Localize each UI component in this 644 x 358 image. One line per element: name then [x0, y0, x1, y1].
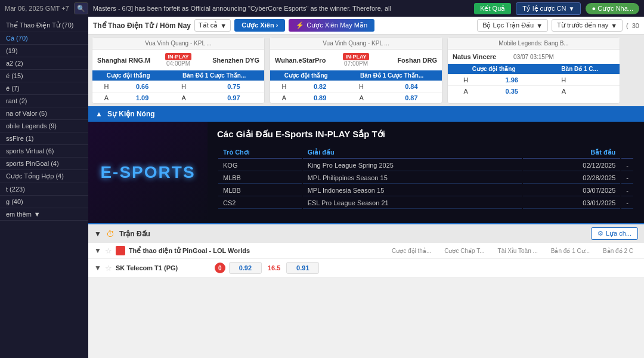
odd2-a1[interactable]: 0.89 — [298, 92, 342, 104]
chevron-down-icon: ▼ — [536, 22, 543, 29]
ketqua-button[interactable]: Kết Quả — [474, 3, 511, 14]
odd-h1[interactable]: 0.66 — [120, 81, 164, 92]
match-score-badge: 0 — [215, 263, 225, 273]
odds-col1-1: Cược đội thắng — [92, 70, 164, 81]
sidebar-item-6[interactable]: rant (2) — [0, 95, 88, 107]
h-label2: H — [164, 81, 203, 92]
collapse-arrow-icon[interactable]: ▲ — [95, 110, 103, 118]
match-collapse-icon[interactable]: ▼ — [94, 264, 101, 272]
match-star-icon[interactable]: ☆ — [105, 264, 112, 273]
cuocxien-mayman-button[interactable]: ⚡ Cược Xiên May Mắn — [289, 19, 374, 32]
esports-table-row[interactable]: CS2 ESL Pro League Season 21 03/01/2025 … — [218, 197, 633, 209]
col-bando2: Bản đồ 2 C — [598, 248, 638, 254]
filter-title: Thể Thao Điện Tử / Hôm Nay — [93, 21, 191, 30]
sidebar-item-mobilelegends[interactable]: obile Legends (9) — [0, 120, 88, 132]
sidebar-item-ca[interactable]: Cá (70) — [0, 32, 88, 45]
boloc-dropdown[interactable]: Bộ Lọc Trận Đấu ▼ — [477, 19, 548, 32]
odd2-h2[interactable]: 0.84 — [381, 81, 442, 92]
sidebar-item-crossfire[interactable]: ssFire (1) — [0, 132, 88, 145]
count-value: 30 — [632, 22, 639, 29]
odd-h2[interactable]: 0.75 — [203, 81, 264, 92]
league-game-icon — [116, 246, 125, 255]
sukiennong-title: Sự Kiện Nóng — [107, 110, 155, 118]
sidebar-item-3[interactable]: a2 (2) — [0, 57, 88, 70]
count-display: ( — [626, 22, 628, 29]
sidebar-item-arenaofvalor[interactable]: na of Valor (5) — [0, 107, 88, 120]
lightning-icon: ⚡ — [296, 21, 304, 29]
team2-name-1: Shenzhen DYG — [194, 57, 259, 64]
sidebar-item-t[interactable]: t (223) — [0, 183, 88, 196]
col-arrow — [621, 147, 633, 159]
match-teams-2: Wuhan.eStarPro IN-PLAY 07:00PM Foshan DR… — [270, 50, 442, 70]
dash-cell: - — [621, 172, 633, 184]
match-odd2-button[interactable]: 0.91 — [286, 262, 319, 274]
sidebar-item-5[interactable]: é (7) — [0, 82, 88, 95]
odds-col2-3: Bàn Đồ 1 C... — [540, 64, 620, 75]
collapse-trandau-icon[interactable]: ▼ — [94, 230, 101, 238]
match-card-3: Mobile Legends: Bang B... Natus Vincere … — [447, 37, 620, 104]
odd-a2[interactable]: 0.97 — [203, 92, 264, 104]
odd3-a1[interactable]: 0.35 — [484, 86, 540, 97]
filter-right: Bộ Lọc Trận Đấu ▼ Từ trước đến nay ▼ ( 3… — [477, 19, 639, 32]
team1-name-1: Shanghai RNG.M — [97, 57, 163, 64]
sidebar-item-pingoal[interactable]: sports PinGoal (4) — [0, 158, 88, 170]
cuocxien-button[interactable]: Cược Xiên › — [234, 19, 285, 32]
esports-table-row[interactable]: MLBB MPL Indonesia Season 15 03/07/2025 … — [218, 185, 633, 196]
esports-table-row[interactable]: KOG King Pro League Spring 2025 02/12/20… — [218, 160, 633, 171]
sidebar-item-emthem[interactable]: em thêm ▼ — [0, 208, 88, 221]
esports-banner: E-SPORTS Các Giải Đấu E-Sports IN-PLAY S… — [88, 122, 644, 223]
odd2-h1[interactable]: 0.82 — [298, 81, 342, 92]
date-cell: 03/07/2025 — [523, 185, 620, 196]
time-display: Mar 06, 2025 GMT +7 — [5, 5, 69, 12]
esports-info-table: Trò Chơi Giải đấu Bắt đầu KOG King Pro L… — [217, 146, 634, 210]
esports-table-row[interactable]: MLBB MPL Philippines Season 15 02/28/202… — [218, 172, 633, 184]
league-star-icon[interactable]: ☆ — [105, 246, 112, 255]
dash-cell: - — [621, 185, 633, 196]
chevron-down-icon: ▼ — [611, 22, 617, 29]
odds-table-3: Cược đội thắng Bàn Đồ 1 C... H 1.96 H A — [448, 64, 620, 97]
arrow-right-icon: › — [276, 21, 278, 29]
match-teams-1: Shanghai RNG.M IN-PLAY 04:00PM Shenzhen … — [92, 50, 264, 70]
tylecuoc-button[interactable]: Tỷ lệ cược CN ▼ — [516, 2, 581, 15]
match-card-1: Vua Vinh Quang - KPL ... Shanghai RNG.M … — [92, 37, 265, 104]
odd-a1[interactable]: 1.09 — [120, 92, 164, 104]
trandau-label: Trận Đấu — [119, 230, 150, 238]
match-card-2: Vua Vinh Quang - KPL ... Wuhan.eStarPro … — [270, 37, 442, 104]
sidebar-item-cuoctonghop[interactable]: Cược Tổng Hợp (4) — [0, 170, 88, 183]
game-cell: MLBB — [218, 172, 302, 184]
search-button[interactable]: 🔍 — [74, 2, 88, 14]
sidebar-item-thethao[interactable]: Thể Thao Điện Tử (70) — [0, 19, 88, 32]
sidebar-item-2[interactable]: (19) — [0, 45, 88, 57]
odd3-a2[interactable] — [587, 86, 620, 97]
odd3-h1[interactable]: 1.96 — [484, 75, 540, 86]
date-cell: 03/01/2025 — [523, 197, 620, 209]
tatca-dropdown[interactable]: Tất cả ▼ — [194, 19, 231, 32]
league-collapse-icon[interactable]: ▼ — [94, 246, 101, 255]
match-time-2: 07:00PM — [343, 60, 369, 67]
odds-col1-3: Cược đội thắng — [448, 64, 540, 75]
notice-text: Masters - 6/3] has been forfeit as Offic… — [93, 5, 469, 12]
a-label: A — [92, 92, 120, 104]
col-giaidau: Giải đấu — [303, 147, 522, 159]
luachon-button[interactable]: ⚙ Lựa ch... — [591, 227, 638, 240]
sidebar-item-sportsvirtual[interactable]: sports Virtual (6) — [0, 145, 88, 158]
match-odd1-button[interactable]: 0.92 — [229, 262, 262, 274]
game-cell: CS2 — [218, 197, 302, 209]
sidebar-item-g[interactable]: g (40) — [0, 196, 88, 208]
sidebar-item-4[interactable]: é (15) — [0, 70, 88, 82]
filter-bar: Thể Thao Điện Tử / Hôm Nay Tất cả ▼ Cược… — [88, 17, 644, 35]
date-cell: 02/28/2025 — [523, 172, 620, 184]
trandau-bar: ▼ ⏱ Trận Đấu ⚙ Lựa ch... — [88, 223, 644, 243]
odds-col1-2: Cược đội thắng — [270, 70, 342, 81]
odds-col2-1: Bàn Đồ 1 Cược Thắn... — [164, 70, 264, 81]
team2-name-2: Foshan DRG — [371, 57, 437, 64]
game-cell: MLBB — [218, 185, 302, 196]
cuocxien-label: Cược Xiên — [242, 21, 274, 29]
col-cuocchap: Cược Chấp T... — [439, 248, 489, 254]
cuocnha-toggle[interactable]: ● Cược Nha... — [586, 3, 639, 14]
match-header-1: Vua Vinh Quang - KPL ... — [92, 38, 264, 50]
top-bar: Mar 06, 2025 GMT +7 🔍 Masters - 6/3] has… — [0, 0, 644, 17]
tutruoc-dropdown[interactable]: Từ trước đến nay ▼ — [552, 19, 623, 32]
odd2-a2[interactable]: 0.87 — [381, 92, 442, 104]
odd3-h2[interactable] — [587, 75, 620, 86]
